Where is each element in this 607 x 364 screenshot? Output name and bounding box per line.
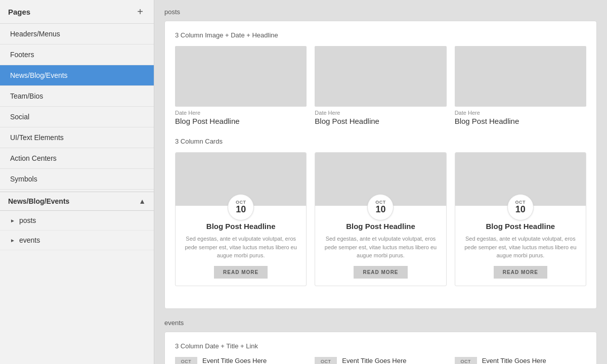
event-title-0: Event Title Goes Here: [202, 357, 307, 365]
card-text-2: Sed egestas, ante et vulputate volutpat,…: [461, 235, 580, 260]
sidebar-item-news-blog-events[interactable]: News/Blog/Events: [0, 65, 154, 86]
event-info-0: Event Title Goes Here VIEW EVENT: [202, 357, 307, 365]
sidebar-pages-header: Pages +: [0, 0, 154, 24]
image-placeholder: [175, 46, 307, 107]
card-text-0: Sed egestas, ante et vulputate volutpat,…: [182, 235, 300, 260]
event-month-2: OCT: [458, 359, 474, 364]
posts-section-label: posts: [164, 8, 597, 16]
event-date-box-1: OCT 10: [315, 357, 337, 365]
add-page-button[interactable]: +: [135, 6, 146, 17]
sidebar-item-ui-text-elements[interactable]: UI/Text Elements: [0, 127, 154, 148]
event-date-box-2: OCT 10: [455, 357, 477, 365]
pages-title: Pages: [8, 8, 30, 16]
events-subsection-label: 3 Column Date + Title + Link: [175, 342, 586, 350]
posts-card: 3 Column Image + Date + Headline Date He…: [164, 21, 597, 309]
sidebar-item-headers-menus[interactable]: Headers/Menus: [0, 24, 154, 44]
sidebar-section-title: News/Blog/Events: [8, 197, 69, 205]
read-more-button-0[interactable]: READ MORE: [214, 266, 268, 279]
badge-day-1: 10: [375, 205, 385, 215]
event-item-2: OCT 10 Event Title Goes Here VIEW EVENT: [455, 357, 586, 365]
event-item-0: OCT 10 Event Title Goes Here VIEW EVENT: [175, 357, 307, 365]
events-grid: OCT 10 Event Title Goes Here VIEW EVENT …: [175, 357, 586, 365]
sidebar-section-header: News/Blog/Events ▲: [0, 192, 154, 211]
image-placeholder: [455, 46, 586, 107]
date-badge-1: OCT 10: [367, 194, 394, 220]
events-card: 3 Column Date + Title + Link OCT 10 Even…: [164, 332, 597, 365]
sidebar-collapse-button[interactable]: ▲: [139, 197, 146, 205]
image-date-headline-item-0: Date Here Blog Post Headline: [175, 46, 307, 125]
date-label-2: Date Here: [455, 110, 586, 116]
image-date-headline-grid: Date Here Blog Post Headline Date Here B…: [175, 46, 586, 125]
event-info-2: Event Title Goes Here VIEW EVENT: [482, 357, 586, 365]
date-badge-0: OCT 10: [228, 194, 254, 220]
sidebar-item-team-bios[interactable]: Team/Bios: [0, 86, 154, 107]
card-text-1: Sed egestas, ante et vulputate volutpat,…: [321, 235, 440, 260]
badge-day-0: 10: [236, 205, 246, 215]
card-headline-2: Blog Post Headline: [461, 222, 580, 231]
cards-grid: OCT 10 Blog Post Headline Sed egestas, a…: [175, 152, 586, 286]
sidebar-item-symbols[interactable]: Symbols: [0, 169, 154, 190]
event-info-1: Event Title Goes Here VIEW EVENT: [342, 357, 446, 365]
event-item-1: OCT 10 Event Title Goes Here VIEW EVENT: [315, 357, 446, 365]
blog-headline-0: Blog Post Headline: [175, 117, 307, 125]
main-content: posts 3 Column Image + Date + Headline D…: [154, 0, 607, 364]
sidebar-item-action-centers[interactable]: Action Centers: [0, 148, 154, 169]
section2-label: 3 Column Cards: [175, 138, 586, 145]
sidebar-item-social[interactable]: Social: [0, 107, 154, 127]
section1-label: 3 Column Image + Date + Headline: [175, 31, 586, 39]
event-date-box-0: OCT 10: [175, 357, 197, 365]
chevron-right-icon: ►: [10, 218, 15, 223]
sidebar-item-footers[interactable]: Footers: [0, 44, 154, 65]
date-badge-2: OCT 10: [507, 194, 534, 220]
sidebar-sub-item-posts[interactable]: ► posts: [0, 211, 154, 231]
date-label-1: Date Here: [315, 110, 446, 116]
event-month-0: OCT: [178, 359, 194, 364]
events-section-label: events: [164, 319, 597, 327]
card-item-0: OCT 10 Blog Post Headline Sed egestas, a…: [175, 152, 307, 286]
card-item-1: OCT 10 Blog Post Headline Sed egestas, a…: [315, 152, 446, 286]
event-month-1: OCT: [318, 359, 334, 364]
sidebar: Pages + Headers/Menus Footers News/Blog/…: [0, 0, 154, 364]
image-placeholder: [315, 46, 446, 107]
sidebar-nav: Headers/Menus Footers News/Blog/Events T…: [0, 24, 154, 190]
event-title-1: Event Title Goes Here: [342, 357, 446, 365]
card-headline-0: Blog Post Headline: [182, 222, 300, 231]
chevron-right-icon: ►: [10, 238, 15, 243]
badge-day-2: 10: [515, 205, 526, 215]
card-item-2: OCT 10 Blog Post Headline Sed egestas, a…: [455, 152, 586, 286]
date-label-0: Date Here: [175, 110, 307, 116]
blog-headline-1: Blog Post Headline: [315, 117, 446, 125]
sidebar-sub-item-events[interactable]: ► events: [0, 231, 154, 250]
read-more-button-1[interactable]: READ MORE: [354, 266, 407, 279]
blog-headline-2: Blog Post Headline: [455, 117, 586, 125]
event-title-2: Event Title Goes Here: [482, 357, 586, 365]
image-date-headline-item-2: Date Here Blog Post Headline: [455, 46, 586, 125]
card-headline-1: Blog Post Headline: [321, 222, 440, 231]
read-more-button-2[interactable]: READ MORE: [494, 266, 547, 279]
image-date-headline-item-1: Date Here Blog Post Headline: [315, 46, 446, 125]
